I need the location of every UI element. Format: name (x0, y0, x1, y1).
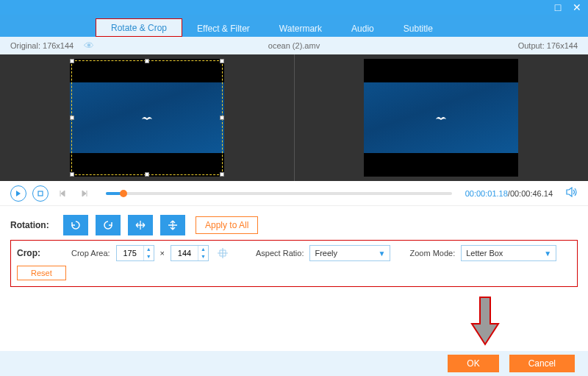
spin-up-icon[interactable]: ▲ (198, 246, 208, 253)
prev-frame-button[interactable] (54, 185, 71, 202)
crop-label: Crop: (17, 248, 65, 258)
preview-output (295, 54, 589, 181)
video-frame-original (70, 59, 224, 177)
play-button[interactable] (10, 185, 26, 202)
crop-handle-tr[interactable] (220, 59, 224, 63)
tab-watermark[interactable]: Watermark (265, 20, 337, 37)
chevron-down-icon: ▼ (379, 249, 386, 258)
flip-horizontal-button[interactable] (128, 215, 153, 235)
bird-icon (434, 113, 448, 122)
crop-area-label: Crop Area: (71, 249, 110, 258)
rotate-left-button[interactable] (63, 215, 88, 235)
tab-rotate-crop[interactable]: Rotate & Crop (96, 18, 182, 37)
close-icon[interactable]: ✕ (572, 2, 582, 13)
video-frame-output (364, 59, 518, 177)
crop-handle-bl[interactable] (70, 172, 74, 177)
zoom-mode-value: Letter Box (466, 249, 503, 258)
crop-handle-tm[interactable] (145, 59, 149, 63)
flip-vertical-button[interactable] (160, 215, 185, 235)
aspect-ratio-value: Freely (315, 249, 337, 258)
rotate-right-button[interactable] (96, 215, 121, 235)
tab-audio[interactable]: Audio (337, 20, 389, 37)
crop-width-input[interactable]: ▲▼ (116, 245, 154, 261)
crop-handle-mr[interactable] (220, 116, 224, 120)
preview-row (0, 54, 588, 181)
maximize-icon[interactable]: □ (553, 2, 563, 13)
current-time: 00:00:01.18 (465, 189, 508, 198)
cancel-button[interactable]: Cancel (509, 355, 575, 372)
crop-height-input[interactable]: ▲▼ (171, 245, 209, 261)
tab-effect-filter[interactable]: Effect & Filter (182, 20, 265, 37)
time-display: 00:00:01.18/00:00:46.14 (465, 189, 553, 198)
title-bar: □ ✕ (0, 0, 588, 15)
crop-width-field[interactable] (117, 249, 143, 258)
tab-subtitle[interactable]: Subtitle (389, 20, 448, 37)
center-cross-icon[interactable] (215, 245, 231, 261)
footer-bar: OK Cancel (0, 351, 588, 376)
volume-icon[interactable] (566, 187, 578, 199)
eye-icon[interactable]: 👁 (84, 40, 94, 52)
rotation-label: Rotation: (10, 220, 63, 230)
original-size-label: Original: 176x144 (10, 41, 74, 50)
output-size-label: Output: 176x144 (467, 41, 578, 50)
crop-handle-tl[interactable] (70, 59, 74, 63)
tab-bar: Rotate & Crop Effect & Filter Watermark … (0, 15, 588, 37)
crop-handle-bm[interactable] (145, 172, 149, 177)
preview-original[interactable] (0, 54, 294, 181)
total-time: /00:00:46.14 (508, 189, 553, 198)
crop-section: Crop: Crop Area: ▲▼ × ▲▼ Aspect Ratio: F… (10, 240, 578, 287)
rotation-row: Rotation: Apply to All (10, 213, 578, 237)
ok-button[interactable]: OK (448, 355, 498, 372)
info-bar: Original: 176x144 👁 ocean (2).amv Output… (0, 37, 588, 54)
apply-to-all-button[interactable]: Apply to All (196, 216, 258, 234)
zoom-mode-label: Zoom Mode: (409, 249, 455, 258)
multiply-label: × (160, 249, 165, 258)
spin-up-icon[interactable]: ▲ (144, 246, 154, 253)
svg-rect-0 (38, 191, 43, 196)
crop-height-field[interactable] (171, 249, 198, 258)
arrow-annotation-icon (470, 296, 500, 346)
chevron-down-icon: ▼ (544, 249, 551, 258)
crop-handle-br[interactable] (220, 172, 224, 177)
controls-panel: Rotation: Apply to All Crop: Crop Area: … (0, 206, 588, 294)
stop-button[interactable] (32, 185, 49, 202)
crop-handle-ml[interactable] (70, 116, 74, 120)
next-frame-button[interactable] (76, 185, 93, 202)
spin-down-icon[interactable]: ▼ (144, 253, 154, 260)
aspect-ratio-select[interactable]: Freely ▼ (309, 245, 390, 261)
seek-thumb[interactable] (120, 190, 127, 197)
crop-selection[interactable] (71, 60, 223, 175)
reset-button[interactable]: Reset (17, 266, 66, 280)
filename-label: ocean (2).amv (121, 41, 467, 50)
spin-down-icon[interactable]: ▼ (198, 253, 208, 260)
seek-slider[interactable] (106, 192, 452, 195)
zoom-mode-select[interactable]: Letter Box ▼ (461, 245, 556, 261)
play-bar: 00:00:01.18/00:00:46.14 (0, 181, 588, 206)
aspect-ratio-label: Aspect Ratio: (256, 249, 304, 258)
